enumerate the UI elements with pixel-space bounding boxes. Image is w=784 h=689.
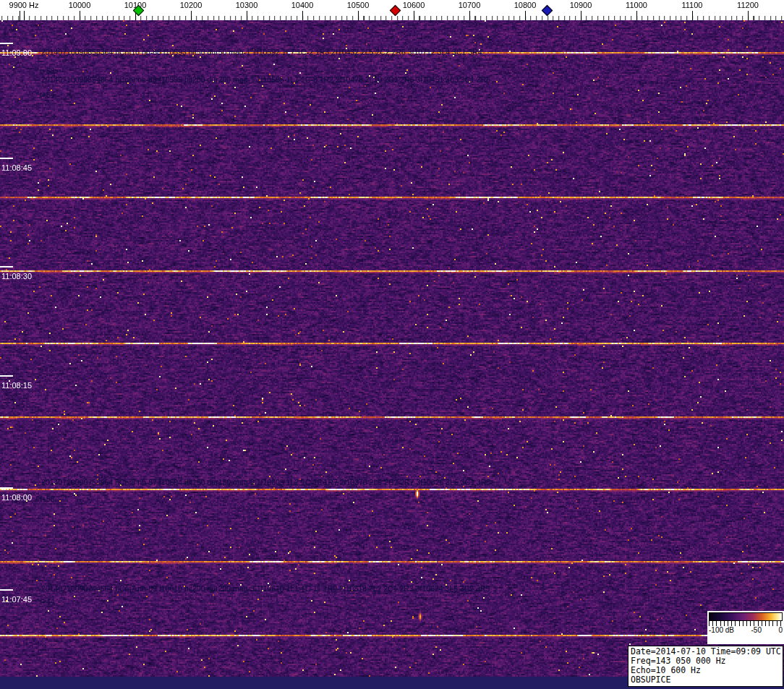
freq-tick-label: 11000 bbox=[626, 1, 647, 9]
color-scale-legend: -100 dB -50 0 bbox=[707, 611, 784, 644]
freq-tick-label: 10600 bbox=[403, 1, 425, 9]
legend-min-label: -100 dB bbox=[709, 626, 734, 634]
info-station-name: OBSUPICE bbox=[631, 675, 780, 685]
freq-tick-label: 11200 bbox=[737, 1, 759, 9]
legend-labels: -100 dB -50 0 bbox=[707, 626, 784, 634]
station-info-box: Date=2014-07-10 Time=09:09 UTC Freq=143 … bbox=[628, 646, 783, 687]
frequency-ruler[interactable]: 9900 Hz100001010010200103001040010500106… bbox=[0, 0, 784, 20]
freq-tick-label: 10000 bbox=[69, 1, 91, 9]
freq-tick-label: 9900 Hz bbox=[9, 1, 39, 9]
legend-max-label: 0 bbox=[778, 626, 783, 634]
spectrum-waterfall-display: 9900 Hz100001010010200103001040010500106… bbox=[0, 0, 784, 689]
freq-tick-label: 10300 bbox=[236, 1, 258, 9]
color-gradient-bar bbox=[709, 612, 783, 621]
freq-tick-label: 10800 bbox=[514, 1, 537, 9]
freq-tick-label: 10900 bbox=[570, 1, 592, 9]
freq-tick-label: 10700 bbox=[459, 1, 481, 9]
waterfall-spectrogram[interactable] bbox=[0, 20, 784, 689]
freq-tick-label: 11100 bbox=[682, 1, 703, 9]
freq-tick-label: 10400 bbox=[291, 1, 314, 9]
freq-tick-label: 10500 bbox=[347, 1, 370, 9]
legend-mid-label: -50 bbox=[751, 626, 762, 634]
freq-tick-label: 10200 bbox=[180, 1, 203, 9]
legend-tick-marks bbox=[709, 621, 783, 626]
